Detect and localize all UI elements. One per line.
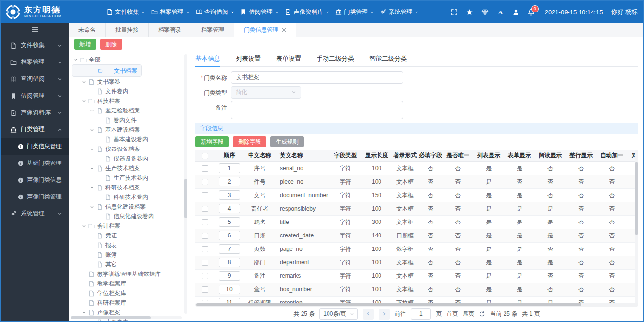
sidebar-item-7[interactable]: 系统管理 [1,205,69,222]
topbar-menu-6[interactable]: 门类管理 [335,8,374,16]
tree-node[interactable]: 文件卷内 [72,87,182,96]
workspace-tab-4[interactable]: 档案管理 [191,23,234,37]
sidebar-item-4[interactable]: 借阅管理 [1,87,69,104]
add-field-button[interactable]: 新增字段 [195,136,229,147]
order-input[interactable] [219,217,240,227]
first-page-link[interactable]: 首页 [446,310,458,318]
notifications[interactable]: 0 [528,9,535,16]
next-page-button[interactable] [379,309,390,320]
add-button[interactable]: 新增 [74,39,96,50]
panel-tab-1[interactable]: 基本信息 [195,51,220,67]
topbar-menu-3[interactable]: 查询借阅 [196,8,235,16]
order-input[interactable] [219,258,240,267]
tree-node[interactable]: 教学训练管理基础数据库 [72,269,182,279]
order-input[interactable] [219,285,240,294]
sidebar-item-6[interactable]: 门类管理 [1,121,69,138]
order-input[interactable] [219,204,240,213]
row-checkbox[interactable] [202,165,208,172]
topbar-menu-1[interactable]: 文件收集 [106,8,145,16]
workspace-tab-3[interactable]: 档案著录 [149,23,191,37]
sidebar-item-2[interactable]: 档案管理 [1,54,69,71]
sidebar-item-3[interactable]: 查询借阅 [1,71,69,87]
tree-node[interactable]: 账簿 [72,250,182,260]
tree-node[interactable]: 基本建设档案 [72,125,182,135]
category-type-select[interactable]: 简化 [231,86,301,99]
tree-node[interactable]: 生产技术档案 [72,163,182,173]
remark-textarea[interactable] [231,101,403,119]
tree-node[interactable]: 仪器设备卷内 [72,154,182,163]
order-input[interactable] [219,298,240,303]
order-input[interactable] [219,244,240,254]
topbar-menu-7[interactable]: 系统管理 [380,8,419,16]
sidebar-subitem[interactable]: 基础门类管理 [1,155,69,172]
order-input[interactable] [219,190,240,200]
star-icon[interactable] [466,9,473,16]
row-checkbox[interactable] [202,233,208,239]
prev-page-button[interactable] [363,309,374,320]
topbar-menu-4[interactable]: 借阅管理 [240,8,279,16]
tree-node[interactable]: 科研档案库 [72,298,182,308]
tree-node[interactable]: 教学档案库 [72,279,182,288]
tree-node[interactable]: 科研技术卷内 [72,192,182,202]
topbar-menu-2[interactable]: 档案管理 [151,8,190,16]
row-checkbox[interactable] [202,273,208,279]
row-checkbox[interactable] [202,246,208,252]
row-checkbox[interactable] [202,179,208,185]
tree-node[interactable]: 其它 [72,260,182,269]
table-vertical-scrollbar[interactable] [635,150,638,303]
tree-node[interactable]: 科技档案 [72,96,182,106]
page-number-input[interactable] [411,308,431,320]
row-checkbox[interactable] [202,192,208,198]
tree-node[interactable]: 基本建设卷内 [72,135,182,144]
table-horizontal-scrollbar[interactable] [195,303,638,307]
topbar-menu-5[interactable]: 声像资料库 [285,8,330,16]
tree-node[interactable]: 鉴定检验档案 [72,106,182,115]
sidebar-item-1[interactable]: 文件收集 [1,37,69,54]
fullscreen-icon[interactable] [451,9,458,16]
sidebar-subitem[interactable]: 声像门类信息 [1,172,69,188]
page-size-select[interactable]: 100条/页 [319,308,358,320]
sidebar-subitem[interactable]: 门类信息管理 [1,138,69,155]
order-input[interactable] [219,231,240,240]
panel-tab-3[interactable]: 表单设置 [276,51,301,67]
tree-node[interactable]: 会计档案 [72,221,182,231]
order-input[interactable] [219,177,240,186]
order-input[interactable] [219,271,240,281]
theme-gem-icon[interactable] [481,9,489,16]
select-all-checkbox[interactable] [202,153,208,159]
sidebar-subitem[interactable]: 声像门类管理 [1,188,69,205]
tree-node[interactable]: 信息化建设卷内 [72,211,182,221]
refresh-icon[interactable] [479,311,485,317]
tree-node[interactable]: 科研技术档案 [72,183,182,192]
row-checkbox[interactable] [202,286,208,293]
row-checkbox[interactable] [202,206,208,212]
workspace-tab-2[interactable]: 批量挂接 [106,23,149,37]
workspace-tab-1[interactable]: 未命名 [69,23,106,37]
tree-node[interactable]: 学位档案库 [72,288,182,298]
generate-rule-button[interactable]: 生成规则 [270,136,304,147]
panel-tab-4[interactable]: 手动二级分类 [316,51,354,67]
tree-node[interactable]: 仪器设备档案 [72,144,182,154]
workspace-tab-5[interactable]: 门类信息管理 [234,23,296,37]
tree-node[interactable]: 报表 [72,240,182,250]
tree-node[interactable]: 全部 [72,55,182,64]
delete-button[interactable]: 删除 [100,39,122,50]
tree-node[interactable]: 生产技术卷内 [72,173,182,183]
tree-vertical-scrollbar[interactable] [184,54,187,314]
tree-node[interactable]: 凭证 [72,231,182,240]
tree-node[interactable]: 文书档案 [72,64,142,77]
row-checkbox[interactable] [202,260,208,266]
order-input[interactable] [219,163,240,173]
panel-tab-5[interactable]: 智能二级分类 [369,51,407,67]
tree-node[interactable]: 文书案卷 [72,77,182,87]
panel-tab-2[interactable]: 列表设置 [236,51,261,67]
tree-node[interactable]: 卷内文件 [72,115,182,125]
row-checkbox[interactable] [202,219,208,225]
last-page-link[interactable]: 尾页 [463,310,474,318]
tree-node[interactable]: 声像档案 [72,308,182,317]
tree-horizontal-scrollbar[interactable] [71,316,182,319]
font-size-icon[interactable]: A [497,9,504,16]
category-name-input[interactable] [231,71,403,84]
sidebar-item-5[interactable]: 声像资料库 [1,104,69,121]
delete-field-button[interactable]: 删除字段 [233,136,266,147]
